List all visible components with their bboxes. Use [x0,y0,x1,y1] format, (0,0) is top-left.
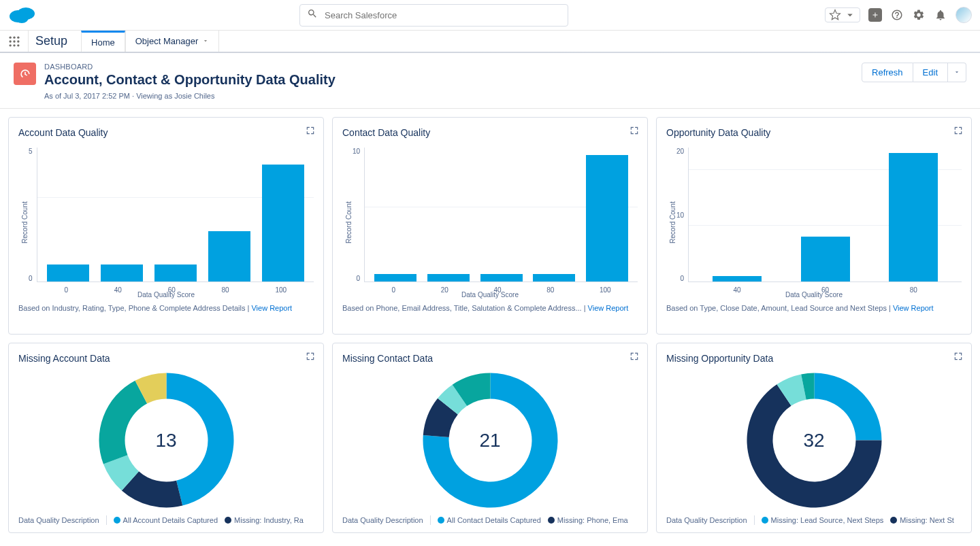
card-title: Opportunity Data Quality [666,127,962,138]
expand-icon[interactable] [306,126,315,135]
svg-point-9 [9,44,11,46]
star-icon [828,8,842,22]
card-source: Based on Type, Close Date, Amount, Lead … [666,304,887,312]
card-source: Based on Phone, Email Address, Title, Sa… [342,304,582,312]
bar-chart: Record Count1000204080100Data Quality Sc… [342,148,638,297]
page-title: Account, Contact & Opportunity Data Qual… [44,72,853,88]
context-nav: Setup Home Object Manager [0,31,980,53]
expand-icon[interactable] [630,352,639,361]
svg-point-11 [17,44,19,46]
svg-point-5 [17,36,19,38]
donut-chart: 13 [18,371,314,510]
page-kicker: DASHBOARD [44,63,853,71]
page-header: DASHBOARD Account, Contact & Opportunity… [0,53,980,109]
chevron-down-icon [843,8,857,22]
card-account-data-quality: Account Data Quality Record Count5004060… [8,117,324,335]
card-title: Contact Data Quality [342,127,638,138]
app-name: Setup [29,31,81,52]
view-report-link[interactable]: View Report [893,304,934,312]
view-report-link[interactable]: View Report [251,304,292,312]
card-missing-opportunity-data: Missing Opportunity Data 32 Data Quality… [656,343,972,533]
dashboard-icon [14,63,36,85]
donut-chart: 32 [666,371,962,510]
help-icon[interactable] [890,8,904,22]
refresh-button[interactable]: Refresh [862,63,913,82]
expand-icon[interactable] [953,126,963,135]
svg-point-7 [13,40,15,42]
tab-label: Home [91,37,115,48]
card-source: Based on Industry, Rating, Type, Phone &… [18,304,245,312]
expand-icon[interactable] [306,352,315,361]
gear-icon[interactable] [912,8,926,22]
card-title: Missing Account Data [18,353,314,364]
tab-home[interactable]: Home [81,31,125,52]
bell-icon[interactable] [934,8,947,22]
global-create-button[interactable] [868,8,882,22]
salesforce-logo [8,5,35,24]
tab-object-manager[interactable]: Object Manager [125,31,220,52]
more-actions-button[interactable] [948,63,966,82]
bar-chart: Record Count500406080100Data Quality Sco… [18,148,314,297]
card-footer: Based on Type, Close Date, Amount, Lead … [666,304,962,312]
favorites-menu[interactable] [825,7,860,22]
card-title: Missing Contact Data [342,353,638,364]
card-title: Missing Opportunity Data [666,353,962,364]
card-opportunity-data-quality: Opportunity Data Quality Record Count201… [656,117,972,335]
tab-label: Object Manager [135,36,199,46]
global-search[interactable] [299,4,568,27]
svg-point-3 [9,36,11,38]
bar-chart: Record Count20100406080Data Quality Scor… [666,148,962,297]
search-icon [307,8,325,22]
page-actions: Refresh Edit [862,63,966,82]
donut-legend: Data Quality DescriptionAll Account Deta… [18,515,314,525]
donut-legend: Data Quality DescriptionMissing: Lead So… [666,515,962,525]
svg-point-2 [15,12,29,23]
expand-icon[interactable] [630,126,639,135]
search-input[interactable] [325,10,561,20]
app-launcher-icon[interactable] [0,31,29,52]
chevron-down-icon [953,67,960,78]
svg-point-8 [17,40,19,42]
card-missing-account-data: Missing Account Data 13 Data Quality Des… [8,343,324,533]
dashboard-grid: Account Data Quality Record Count5004060… [0,109,980,541]
global-header [0,0,980,31]
donut-chart: 21 [342,371,638,510]
card-footer: Based on Industry, Rating, Type, Phone &… [18,304,314,312]
donut-legend: Data Quality DescriptionAll Contact Deta… [342,515,638,525]
svg-point-10 [13,44,15,46]
card-contact-data-quality: Contact Data Quality Record Count1000204… [332,117,648,335]
chevron-down-icon [202,36,209,46]
view-report-link[interactable]: View Report [588,304,629,312]
svg-point-6 [9,40,11,42]
edit-button[interactable]: Edit [913,63,948,82]
card-missing-contact-data: Missing Contact Data 21 Data Quality Des… [332,343,648,533]
svg-point-4 [13,36,15,38]
page-subtitle: As of Jul 3, 2017 2:52 PM · Viewing as J… [44,92,853,100]
user-avatar[interactable] [956,7,972,23]
card-footer: Based on Phone, Email Address, Title, Sa… [342,304,638,312]
card-title: Account Data Quality [18,127,314,138]
expand-icon[interactable] [953,352,963,361]
